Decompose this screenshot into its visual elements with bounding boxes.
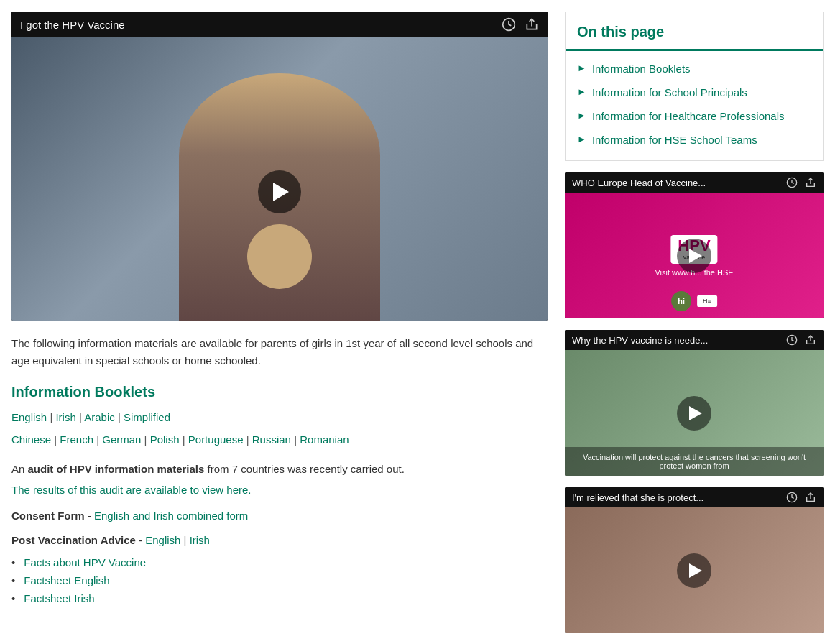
post-vacc-english-link[interactable]: English bbox=[145, 534, 180, 546]
share-icon[interactable] bbox=[805, 177, 816, 188]
language-links-row2: Chinese | French | German | Polish | Por… bbox=[11, 430, 548, 449]
lang-link-chinese[interactable]: Chinese bbox=[11, 433, 51, 446]
main-video-icons bbox=[502, 17, 539, 32]
nav-item-label: Information for School Principals bbox=[592, 85, 747, 100]
lang-link-irish[interactable]: Irish bbox=[55, 411, 75, 423]
sidebar-video2-caption: Vaccination will protect against the can… bbox=[565, 447, 824, 476]
chevron-right-icon: ► bbox=[577, 110, 586, 121]
post-vacc-dash: - bbox=[136, 534, 145, 546]
sidebar-video2-play-button[interactable] bbox=[677, 396, 711, 431]
sidebar-video2-thumbnail: Vaccination will protect against the can… bbox=[565, 350, 824, 476]
post-vacc-irish-link[interactable]: Irish bbox=[190, 534, 210, 546]
share-icon[interactable] bbox=[805, 492, 816, 503]
list-item: Facts about HPV Vaccine bbox=[11, 556, 548, 569]
clock-icon[interactable] bbox=[786, 492, 798, 503]
lang-link-german[interactable]: German bbox=[102, 433, 141, 446]
sidebar-video2-icons bbox=[786, 334, 816, 346]
share-icon[interactable] bbox=[525, 17, 539, 32]
nav-item-label: Information for HSE School Teams bbox=[592, 132, 757, 147]
sidebar-video1-play-button[interactable] bbox=[677, 239, 711, 273]
sep8: | bbox=[246, 433, 252, 446]
consent-form-label: Consent Form bbox=[11, 510, 85, 522]
chevron-right-icon: ► bbox=[577, 63, 586, 73]
sidebar-video1-icons bbox=[786, 177, 816, 188]
sidebar-video3-title-bar: I'm relieved that she is protect... bbox=[565, 487, 824, 507]
sidebar-video3-thumbnail bbox=[565, 507, 824, 633]
nav-item-booklets[interactable]: ► Information Booklets bbox=[566, 57, 823, 80]
sidebar-video3-play-button[interactable] bbox=[677, 553, 711, 588]
sidebar-video2-title-bar: Why the HPV vaccine is neede... bbox=[565, 330, 824, 350]
lang-link-simplified[interactable]: Simplified bbox=[124, 411, 170, 423]
lang-link-portuguese[interactable]: Portuguese bbox=[188, 433, 244, 446]
bullet-list: Facts about HPV Vaccine Factsheet Englis… bbox=[11, 556, 548, 604]
list-item: Factsheet Irish bbox=[11, 592, 548, 604]
post-vaccination-line: Post Vaccination Advice - English | Iris… bbox=[11, 532, 548, 549]
lang-link-arabic[interactable]: Arabic bbox=[84, 411, 115, 423]
sep3: | bbox=[118, 411, 124, 423]
lang-link-french[interactable]: French bbox=[60, 433, 93, 446]
nav-item-principals[interactable]: ► Information for School Principals bbox=[566, 80, 823, 104]
nav-item-hse-teams[interactable]: ► Information for HSE School Teams bbox=[566, 128, 823, 152]
share-icon[interactable] bbox=[805, 334, 816, 346]
chevron-right-icon: ► bbox=[577, 134, 586, 144]
post-vacc-label: Post Vaccination Advice bbox=[11, 534, 136, 546]
sidebar-video-relieved: I'm relieved that she is protect... bbox=[565, 487, 824, 633]
sidebar-video-who: WHO Europe Head of Vaccine... bbox=[565, 172, 824, 318]
chevron-right-icon: ► bbox=[577, 86, 586, 97]
sidebar-video2-title: Why the HPV vaccine is neede... bbox=[572, 335, 708, 346]
consent-form-link[interactable]: English and Irish combined form bbox=[94, 510, 248, 522]
sidebar-video3-title: I'm relieved that she is protect... bbox=[572, 492, 703, 503]
clock-icon[interactable] bbox=[502, 17, 516, 32]
lang-link-romanian[interactable]: Romanian bbox=[300, 433, 349, 446]
language-links-row1: English | Irish | Arabic | Simplified bbox=[11, 408, 548, 427]
consent-form-line: Consent Form - English and Irish combine… bbox=[11, 507, 548, 525]
hse-logo-bar: hi H≡ bbox=[671, 291, 717, 311]
lang-link-english[interactable]: English bbox=[11, 411, 47, 423]
sidebar-video1-title-bar: WHO Europe Head of Vaccine... bbox=[565, 172, 824, 193]
post-vacc-sep: | bbox=[180, 534, 189, 546]
on-this-page-heading: On this page bbox=[566, 12, 823, 51]
main-video-play-button[interactable] bbox=[258, 170, 301, 213]
consent-form-dash: - bbox=[85, 510, 94, 522]
sep7: | bbox=[183, 433, 188, 446]
audit-text: An audit of HPV information materials fr… bbox=[11, 461, 548, 478]
main-video-thumbnail bbox=[11, 37, 548, 321]
hse-badge: H≡ bbox=[697, 295, 717, 307]
clock-icon[interactable] bbox=[786, 334, 798, 346]
audit-post: from 7 countries was recently carried ou… bbox=[204, 463, 404, 475]
nav-item-label: Information Booklets bbox=[592, 61, 691, 76]
nav-item-label: Information for Healthcare Professionals bbox=[592, 109, 785, 124]
hi-badge: hi bbox=[671, 291, 691, 311]
facts-hpv-link[interactable]: Facts about HPV Vaccine bbox=[24, 556, 146, 569]
nav-item-healthcare[interactable]: ► Information for Healthcare Professiona… bbox=[566, 104, 823, 128]
sidebar: On this page ► Information Booklets ► In… bbox=[565, 12, 824, 644]
lang-link-polish[interactable]: Polish bbox=[150, 433, 180, 446]
factsheet-english-link[interactable]: Factsheet English bbox=[24, 574, 109, 586]
main-video-title: I got the HPV Vaccine bbox=[20, 19, 125, 31]
info-booklets-heading: Information Booklets bbox=[11, 384, 548, 400]
clock-icon[interactable] bbox=[786, 177, 798, 188]
on-this-page-nav: On this page ► Information Booklets ► In… bbox=[565, 12, 824, 161]
main-video: I got the HPV Vaccine bbox=[11, 12, 548, 321]
factsheet-irish-link[interactable]: Factsheet Irish bbox=[24, 592, 94, 604]
sidebar-video-why: Why the HPV vaccine is neede... Vaccinat… bbox=[565, 330, 824, 476]
sep9: | bbox=[294, 433, 300, 446]
audit-bold: audit of HPV information materials bbox=[28, 463, 205, 475]
lang-link-russian[interactable]: Russian bbox=[252, 433, 291, 446]
main-content: I got the HPV Vaccine bbox=[11, 12, 548, 644]
main-video-title-bar: I got the HPV Vaccine bbox=[11, 12, 548, 37]
sidebar-video1-title: WHO Europe Head of Vaccine... bbox=[572, 178, 706, 188]
sep6: | bbox=[144, 433, 150, 446]
sidebar-video3-icons bbox=[786, 492, 816, 503]
sidebar-video1-thumbnail: HPV vaccine Visit www.h... the HSE hi H≡ bbox=[565, 193, 824, 318]
audit-pre: An bbox=[11, 463, 28, 475]
description-text: The following information materials are … bbox=[11, 335, 548, 369]
list-item: Factsheet English bbox=[11, 574, 548, 586]
audit-results-link[interactable]: The results of this audit are available … bbox=[11, 484, 548, 496]
